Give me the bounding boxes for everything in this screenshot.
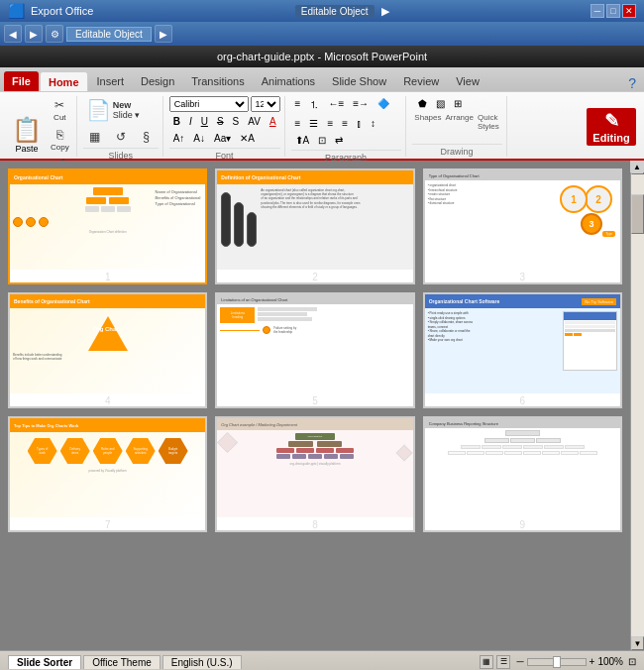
font-name-select[interactable]: Calibri	[169, 96, 249, 112]
copy-button[interactable]: ⎘ Copy	[48, 126, 72, 154]
tab-insert[interactable]: Insert	[89, 71, 133, 91]
editable-object-btn[interactable]: Editable Object	[66, 27, 152, 42]
back-button[interactable]: ◀	[4, 25, 22, 43]
slide1-label2: Benefits of Organizational	[156, 195, 201, 200]
font-size-select[interactable]: 12	[251, 96, 280, 112]
slide-item-2[interactable]: Definition of Organisational Chart An or…	[215, 168, 414, 284]
forward-arrow: ▶	[381, 5, 389, 17]
slide1-label3: Type of Organizational	[156, 201, 201, 206]
slide1-footer: Organization Chart definition	[13, 230, 202, 234]
text-direction-button[interactable]: ⬆A	[291, 133, 314, 148]
align-center-button[interactable]: ☰	[305, 116, 322, 131]
editing-icon: ✎	[604, 110, 619, 132]
font-color-button[interactable]: A	[266, 114, 280, 129]
cut-icon: ✂	[54, 98, 64, 112]
title-bar: 🟦 Export Office Editable Object ▶ ─ □ ✕	[0, 0, 644, 22]
ribbon-group-font: Calibri 12 B I U S S AV A A↑ A↓ Aa▾ ✕A	[165, 96, 285, 157]
arrange-button[interactable]: ▧	[432, 96, 449, 111]
cut-button[interactable]: ✂ Cut	[48, 96, 72, 124]
decrease-indent-button[interactable]: ←≡	[324, 96, 348, 114]
text-align-button[interactable]: ⊡	[314, 133, 330, 148]
slide1-label1: Name of Organizational	[156, 189, 201, 194]
paste-button[interactable]: 📋 Paste	[8, 114, 46, 156]
increase-indent-button[interactable]: ≡→	[349, 96, 373, 114]
clear-format-button[interactable]: ✕A	[236, 131, 259, 146]
slide-item-1[interactable]: Organisational Chart	[8, 168, 207, 284]
scroll-down-button[interactable]: ▼	[631, 636, 644, 650]
tab-review[interactable]: Review	[395, 71, 447, 91]
slide-item-7[interactable]: Top Tips to Make Org Charts Work Types o…	[8, 416, 207, 532]
slide-item-9[interactable]: Company Business Reporting Structure	[423, 416, 622, 532]
status-tab-theme[interactable]: Office Theme	[83, 655, 161, 669]
tab-view[interactable]: View	[448, 71, 487, 91]
ribbon-group-drawing: ⬟ ▧ ⊞ Shapes Arrange QuickStyles Drawing	[408, 96, 507, 157]
slide7-hex1: Types ofwork	[35, 445, 50, 457]
slide-number-1: 1	[10, 272, 205, 282]
slide-number-9: 9	[425, 519, 620, 530]
slide-item-4[interactable]: Benefits of Organisational Chart Org Cha…	[8, 292, 207, 408]
quick-styles-button[interactable]: ⊞	[450, 96, 466, 111]
bullets-button[interactable]: ≡	[291, 96, 305, 114]
minimize-button[interactable]: ─	[590, 4, 604, 18]
reset-button[interactable]: ↺	[109, 128, 133, 146]
settings-button[interactable]: ⚙	[46, 25, 63, 43]
underline-button[interactable]: U	[197, 114, 212, 129]
increase-font-button[interactable]: A↑	[169, 131, 189, 146]
strikethrough-button[interactable]: S	[213, 114, 228, 129]
close-button[interactable]: ✕	[622, 4, 636, 18]
tab-design[interactable]: Design	[133, 71, 182, 91]
fit-window-button[interactable]: ⊡	[628, 656, 636, 667]
slide-row-3: Top Tips to Make Org Charts Work Types o…	[8, 416, 622, 532]
change-case-button[interactable]: Aa▾	[210, 131, 235, 146]
scrollbar-vertical[interactable]: ▲ ▼	[630, 161, 644, 650]
slide2-title: Definition of Organisational Chart	[221, 174, 300, 180]
slide-item-3[interactable]: Type of Organisational Chart • organizat…	[423, 168, 622, 284]
status-tab-slidesorter[interactable]: Slide Sorter	[8, 655, 81, 669]
convert-button[interactable]: ⇄	[331, 133, 347, 148]
slide-item-6[interactable]: Organizational Chart Software No Try Sof…	[423, 292, 622, 408]
numbering-button[interactable]: ⒈	[305, 96, 323, 114]
layout-icon: ▦	[89, 130, 100, 144]
tab-file[interactable]: File	[4, 71, 39, 91]
zoom-slider[interactable]	[527, 658, 587, 666]
tab-home[interactable]: Home	[40, 71, 88, 91]
tab-transitions[interactable]: Transitions	[183, 71, 252, 91]
editable-object-label: Editable Object	[295, 5, 375, 18]
scroll-thumb[interactable]	[631, 194, 644, 234]
zoom-out-button[interactable]: ─	[516, 656, 523, 667]
shapes-button[interactable]: ⬟	[414, 96, 431, 111]
align-left-button[interactable]: ≡	[291, 116, 305, 131]
slide4-title: Benefits of Organisational Chart	[14, 298, 90, 304]
columns-button[interactable]: ⫿	[353, 116, 366, 131]
arrow-button[interactable]: ▶	[155, 25, 172, 43]
char-spacing-button[interactable]: AV	[244, 114, 265, 129]
scroll-top[interactable]: ▲	[630, 161, 644, 172]
slide-item-8[interactable]: Org Chart example / Marketing Department…	[215, 416, 414, 532]
forward-button[interactable]: ▶	[25, 25, 43, 43]
layout-button[interactable]: ▦	[83, 128, 107, 146]
new-slide-button[interactable]: 📄 New Slide ▾	[83, 96, 144, 124]
zoom-in-button[interactable]: +	[590, 656, 595, 667]
grid-view-button[interactable]: ▦	[480, 655, 493, 669]
help-icon[interactable]: ?	[628, 75, 636, 91]
smartart-button[interactable]: 🔷	[374, 96, 393, 114]
italic-button[interactable]: I	[185, 114, 196, 129]
maximize-button[interactable]: □	[606, 4, 620, 18]
section-button[interactable]: §	[135, 128, 159, 146]
slide-grid: Organisational Chart	[0, 161, 630, 650]
tab-animations[interactable]: Animations	[254, 71, 323, 91]
bold-button[interactable]: B	[169, 114, 184, 129]
tab-slideshow[interactable]: Slide Show	[324, 71, 394, 91]
shadow-button[interactable]: S	[229, 114, 244, 129]
decrease-font-button[interactable]: A↓	[189, 131, 209, 146]
slide4-text: Benefits include better understandingof …	[13, 353, 202, 361]
status-tab-language[interactable]: English (U.S.)	[162, 655, 242, 669]
justify-button[interactable]: ≡	[338, 116, 352, 131]
view-buttons: ▦ ☰	[480, 655, 510, 669]
slide-item-5[interactable]: Limitations of an Organisational Chart L…	[215, 292, 414, 408]
copy-icon: ⎘	[56, 128, 63, 142]
line-spacing-button[interactable]: ↕	[367, 116, 379, 131]
list-view-button[interactable]: ☰	[496, 655, 510, 669]
zoom-control: ─ + 100% ⊡	[516, 656, 636, 667]
align-right-button[interactable]: ≡	[323, 116, 337, 131]
